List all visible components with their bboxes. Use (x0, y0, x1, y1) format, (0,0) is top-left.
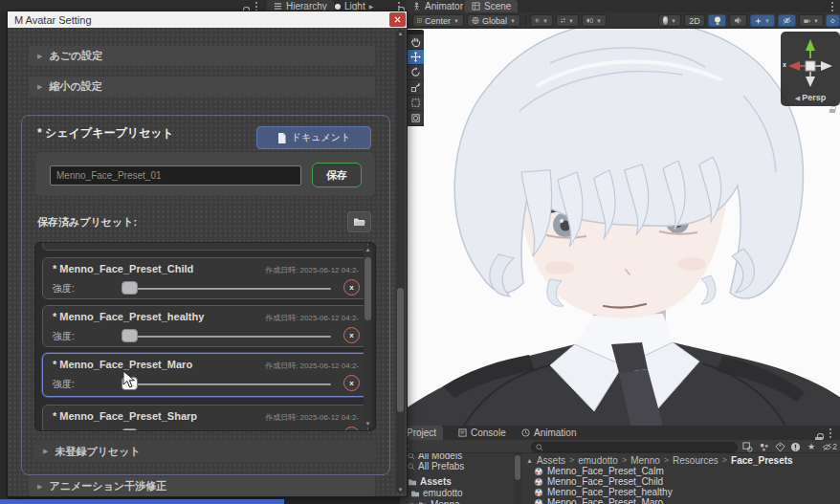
alert-icon[interactable] (788, 441, 802, 452)
tree-item-all-models[interactable]: All Models (408, 453, 462, 461)
gizmos-toggle[interactable] (826, 14, 840, 27)
delete-preset-button[interactable]: x (343, 279, 360, 296)
foldout-arrow-icon: ▶ (37, 483, 42, 491)
file-row[interactable]: Menno_Face_Preset_Calm (534, 466, 664, 476)
file-row[interactable]: Menno_Face_Preset_Maro (534, 497, 663, 504)
lighting-toggle[interactable] (708, 14, 726, 27)
intensity-slider-track[interactable] (127, 336, 331, 338)
tool-settings-dropdown[interactable]: ▼ (582, 14, 607, 27)
breadcrumb-emudotto[interactable]: emudotto (578, 455, 618, 466)
camera-dropdown[interactable]: ▼ (799, 14, 824, 27)
scene-viewport[interactable] (407, 29, 840, 426)
scroll-down-icon[interactable]: ▼ (396, 487, 405, 493)
scroll-up-icon[interactable]: ▲ (396, 31, 405, 36)
label-filter-icon[interactable] (773, 441, 786, 452)
shaded-sphere-icon (663, 16, 668, 25)
unity-editor-root: Hierarchy Light ▶ Animator Scene (0, 0, 840, 504)
window-scrollbar[interactable]: ▲ ▼ (396, 30, 405, 493)
tree-item-menno[interactable]: ▼ Menno (409, 499, 460, 504)
gizmo-persp-label[interactable]: ◀Persp (781, 93, 840, 102)
kebab-menu-icon[interactable] (255, 2, 257, 11)
file-row[interactable]: Menno_Face_Preset_healthy (534, 487, 673, 497)
move-tool-button[interactable] (407, 50, 424, 65)
foldout-arrow-icon: ▶ (43, 448, 48, 455)
snap-icon (561, 16, 565, 25)
hand-tool-button[interactable] (407, 34, 424, 50)
tree-item-all-prefabs[interactable]: All Prefabs (408, 461, 464, 471)
gizmo-lock-icon[interactable] (829, 106, 835, 113)
shading-mode-dropdown[interactable]: ▼ (658, 14, 681, 27)
hierarchy-icon (274, 2, 282, 11)
search-icon (408, 463, 415, 471)
tab-scene[interactable]: Scene (465, 0, 518, 12)
grid-snap-dropdown[interactable]: ▼ (530, 14, 553, 27)
eye-slash-icon (822, 443, 832, 451)
clock-icon (521, 428, 530, 437)
breadcrumb-assets[interactable]: Assets (537, 455, 565, 466)
preset-card-maro[interactable]: * Menno_Face_Preset_Maro 作成日時: 2025-06-1… (42, 353, 368, 397)
delete-preset-button[interactable]: x (343, 375, 360, 391)
preset-card-sharp[interactable]: * Menno_Face_Preset_Sharp 作成日時: 2025-06-… (42, 405, 368, 431)
tab-console[interactable]: Console (452, 426, 513, 440)
scroll-up-icon[interactable]: ▲ (364, 247, 372, 252)
foldout-chin-settings[interactable]: ▶ あごの設定 (29, 46, 375, 66)
delete-preset-button[interactable]: x (343, 427, 360, 431)
foldout-unregistered-presets[interactable]: ▶ 未登録プリセット (34, 441, 376, 462)
intensity-slider-handle[interactable] (122, 428, 138, 431)
tree-item-emudotto[interactable]: ▼ emudotto (402, 488, 463, 498)
preset-name-input[interactable] (50, 165, 301, 186)
increment-snap-dropdown[interactable]: ▼ (556, 14, 579, 27)
light-label: Light (344, 1, 365, 11)
bottom-tab-bar: Project Console Animation (400, 426, 840, 440)
foldout-animation-fix[interactable]: ▶ アニメーション干渉修正 (29, 476, 375, 496)
window-titlebar[interactable]: M Avatar Setting (8, 11, 407, 28)
project-search-field[interactable] (531, 442, 738, 452)
tab-animation[interactable]: Animation (515, 426, 583, 440)
scene-orientation-gizmo[interactable]: x ◀Persp (781, 32, 840, 106)
close-button[interactable] (389, 12, 406, 27)
tab-animation-label: Animation (534, 427, 576, 438)
kebab-menu-icon[interactable] (829, 428, 831, 438)
kebab-menu-icon[interactable] (398, 2, 400, 11)
collapse-caret-icon[interactable]: ▲ (526, 457, 533, 464)
preset-card-child[interactable]: * Menno_Face_Preset_Child 作成日時: 2025-06-… (42, 257, 368, 299)
delete-preset-button[interactable]: x (343, 327, 360, 343)
search-by-type-icon[interactable] (741, 441, 754, 452)
document-button[interactable]: ドキュメント (256, 126, 371, 149)
project-toolbar: ▼ ★ 2 (400, 440, 840, 453)
tab-animator[interactable]: Animator (406, 0, 470, 12)
tree-scrollbar[interactable] (514, 453, 521, 504)
intensity-slider-track[interactable] (127, 383, 331, 385)
intensity-slider-handle[interactable] (122, 281, 138, 295)
rect-tool-button[interactable] (407, 96, 424, 111)
orientation-global-dropdown[interactable]: Global▼ (467, 14, 520, 27)
2d-toggle[interactable]: 2D (684, 14, 705, 27)
rotate-tool-button[interactable] (407, 65, 424, 80)
scroll-down-icon[interactable]: ▼ (364, 421, 372, 427)
hidden-count-toggle[interactable]: 2 (819, 441, 840, 452)
intensity-slider-handle[interactable] (122, 329, 138, 342)
open-folder-button[interactable] (347, 211, 371, 232)
breadcrumb-face-presets[interactable]: Face_Presets (731, 455, 793, 466)
preset-list-scrollbar[interactable]: ▲ ▼ (364, 246, 372, 427)
audio-toggle[interactable] (729, 14, 747, 27)
pivot-center-dropdown[interactable]: Center▼ (412, 14, 464, 27)
kebab-menu-icon[interactable] (831, 2, 833, 11)
tree-item-assets[interactable]: Assets (408, 476, 452, 487)
scene-visibility-toggle[interactable] (778, 14, 796, 27)
foldout-shrink-settings[interactable]: ▶ 縮小の設定 (29, 77, 375, 97)
favorites-star-icon[interactable]: ★ (805, 441, 818, 452)
tab-hierarchy-label: Hierarchy (286, 1, 327, 11)
scale-tool-button[interactable] (407, 80, 424, 96)
window-body: ▶ あごの設定 ▶ 縮小の設定 * シェイプキープリセット ドキュメント 保存 (8, 28, 407, 496)
transform-tool-button[interactable] (407, 111, 424, 126)
breadcrumb-resources[interactable]: Resources (673, 455, 718, 466)
packages-filter-icon[interactable] (757, 441, 770, 452)
breadcrumb-menno[interactable]: Menno (630, 455, 660, 466)
save-button[interactable]: 保存 (312, 163, 362, 187)
intensity-slider-track[interactable] (127, 288, 331, 290)
effects-dropdown[interactable]: ▼ (750, 14, 775, 27)
gizmo-x-label[interactable]: x (783, 61, 786, 68)
file-row[interactable]: Menno_Face_Preset_Child (534, 476, 663, 487)
preset-card-healthy[interactable]: * Menno_Face_Preset_healthy 作成日時: 2025-0… (42, 305, 368, 347)
